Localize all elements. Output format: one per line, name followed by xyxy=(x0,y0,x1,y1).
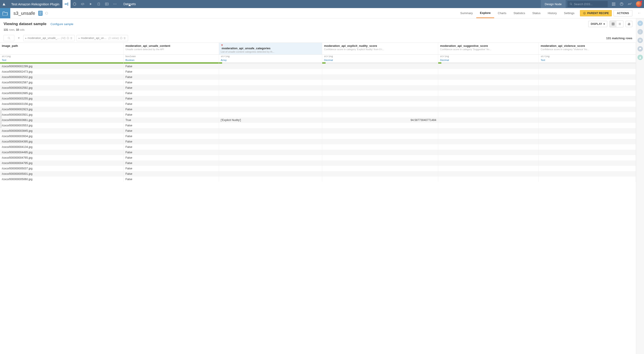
table-view-button[interactable] xyxy=(610,21,616,27)
cell[interactable] xyxy=(438,117,539,123)
project-name[interactable]: Test Amazon Rekognition Plugin xyxy=(8,2,62,6)
apps-icon[interactable] xyxy=(610,0,618,8)
expand-filters-button[interactable] xyxy=(16,37,22,39)
cell[interactable]: /coco/000000004495.jpg xyxy=(0,150,124,155)
cell[interactable] xyxy=(438,112,539,117)
cell[interactable]: /coco/000000002587.jpg xyxy=(0,80,124,85)
cell[interactable] xyxy=(219,139,322,144)
search-input[interactable] xyxy=(574,3,606,6)
trash-icon[interactable]: 🗑 xyxy=(124,37,126,40)
cell[interactable]: /coco/000000004795.jpg xyxy=(0,160,124,166)
cell[interactable] xyxy=(322,144,438,150)
cell[interactable] xyxy=(539,139,636,144)
cell[interactable] xyxy=(438,101,539,107)
cell[interactable] xyxy=(219,177,322,182)
column-header[interactable]: moderation_api_suggestive_scoreConfidenc… xyxy=(438,43,539,55)
cell[interactable] xyxy=(322,85,438,91)
cell[interactable] xyxy=(322,160,438,166)
cell[interactable] xyxy=(438,139,539,144)
breadcrumb[interactable]: Datasets xyxy=(119,2,140,6)
avatar[interactable] xyxy=(636,1,642,7)
cell[interactable] xyxy=(219,80,322,85)
cell[interactable] xyxy=(322,128,438,134)
trash-icon[interactable]: 🗑 xyxy=(70,37,73,40)
cell[interactable] xyxy=(322,101,438,107)
cell[interactable] xyxy=(322,107,438,112)
cell[interactable] xyxy=(438,96,539,101)
cell[interactable]: False xyxy=(124,69,219,74)
table-wrap[interactable]: image_pathmoderation_api_unsafe_contentU… xyxy=(0,43,636,354)
cell[interactable] xyxy=(219,128,322,134)
cell[interactable] xyxy=(438,150,539,155)
cell[interactable] xyxy=(438,134,539,139)
cell[interactable]: False xyxy=(124,166,219,171)
cell[interactable]: /coco/000000004134.jpg xyxy=(0,144,124,150)
cell[interactable]: False xyxy=(124,134,219,139)
table-row[interactable]: /coco/000000004395.jpgFalse xyxy=(0,139,636,144)
tab-charts[interactable]: Charts xyxy=(494,8,510,18)
cell[interactable] xyxy=(322,166,438,171)
cell[interactable]: /coco/000000003553.jpg xyxy=(0,123,124,128)
cell[interactable] xyxy=(322,80,438,85)
cell[interactable] xyxy=(438,64,539,69)
cell[interactable]: False xyxy=(124,144,219,150)
cell[interactable] xyxy=(539,144,636,150)
tab-status[interactable]: Status xyxy=(529,8,544,18)
column-header[interactable]: image_path xyxy=(0,43,124,55)
table-row[interactable]: /coco/000000005060.jpgFalse xyxy=(0,177,636,182)
code-icon[interactable] xyxy=(78,0,87,8)
cell[interactable] xyxy=(322,177,438,182)
cell[interactable] xyxy=(438,123,539,128)
cell[interactable] xyxy=(322,139,438,144)
cell[interactable]: /coco/000000003156.jpg xyxy=(0,101,124,107)
cell[interactable] xyxy=(438,85,539,91)
cell[interactable] xyxy=(539,166,636,171)
global-search[interactable] xyxy=(568,1,608,7)
cell[interactable] xyxy=(219,150,322,155)
cell[interactable] xyxy=(539,171,636,177)
cell[interactable] xyxy=(219,107,322,112)
cell[interactable]: False xyxy=(124,91,219,96)
cell[interactable]: /coco/000000005001.jpg xyxy=(0,171,124,177)
cell[interactable]: False xyxy=(124,85,219,91)
table-row[interactable]: /coco/000000003661.jpgTrue['Explicit Nud… xyxy=(0,117,636,123)
cell[interactable]: False xyxy=(124,96,219,101)
cell[interactable]: /coco/000000005060.jpg xyxy=(0,177,124,182)
cell[interactable] xyxy=(438,107,539,112)
cell[interactable] xyxy=(219,160,322,166)
cell[interactable] xyxy=(539,177,636,182)
cell[interactable] xyxy=(322,123,438,128)
cell[interactable] xyxy=(539,64,636,69)
cell[interactable] xyxy=(438,166,539,171)
cell[interactable]: /coco/000000003661.jpg xyxy=(0,117,124,123)
design-node[interactable]: Design Node xyxy=(541,0,566,8)
cell[interactable] xyxy=(219,171,322,177)
column-header[interactable]: moderation_api_unsafe_categoriesList of … xyxy=(219,43,322,55)
cell[interactable]: /coco/000000002532.jpg xyxy=(0,74,124,80)
cell[interactable]: False xyxy=(124,107,219,112)
dashboard-icon[interactable] xyxy=(103,0,111,8)
tab-explore[interactable]: Explore xyxy=(476,8,494,18)
cell[interactable] xyxy=(539,107,636,112)
cell[interactable]: False xyxy=(124,155,219,160)
cell[interactable] xyxy=(219,155,322,160)
cell[interactable]: /coco/000000003845.jpg xyxy=(0,128,124,134)
cell[interactable]: False xyxy=(124,74,219,80)
cell[interactable] xyxy=(219,101,322,107)
table-row[interactable]: /coco/000000002299.jpgFalse xyxy=(0,64,636,69)
cell[interactable]: False xyxy=(124,123,219,128)
cell[interactable] xyxy=(438,171,539,177)
help-icon[interactable] xyxy=(618,0,626,8)
cell[interactable] xyxy=(322,155,438,160)
display-button[interactable]: DISPLAY ▾ xyxy=(588,21,607,27)
cell[interactable] xyxy=(539,85,636,91)
cell[interactable] xyxy=(219,134,322,139)
cell[interactable]: 94.58773040771484 xyxy=(322,117,438,123)
left-panel-handle[interactable] xyxy=(0,110,2,128)
cell[interactable]: /coco/000000005037.jpg xyxy=(0,166,124,171)
column-meaning[interactable]: Text xyxy=(540,59,545,61)
table-row[interactable]: /coco/000000003156.jpgFalse xyxy=(0,101,636,107)
table-row[interactable]: /coco/000000003553.jpgFalse xyxy=(0,123,636,128)
cell[interactable] xyxy=(539,101,636,107)
tab-settings[interactable]: Settings xyxy=(560,8,578,18)
